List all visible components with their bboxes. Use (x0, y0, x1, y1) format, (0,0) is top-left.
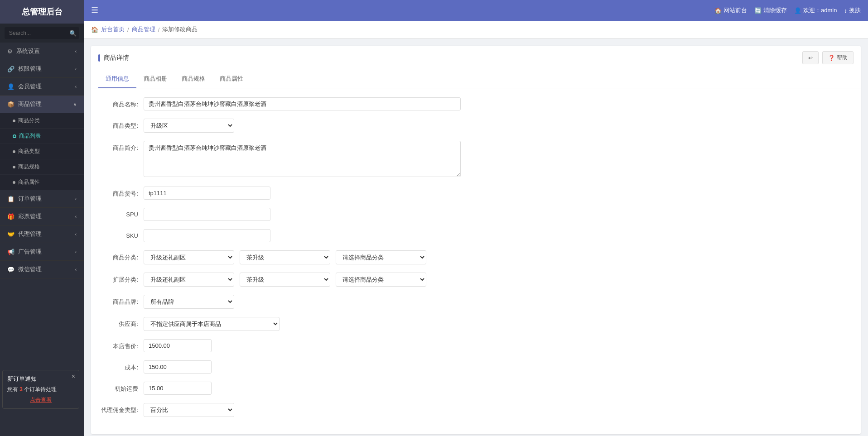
order-icon: 📋 (7, 196, 14, 202)
product-detail-card: 商品详情 ↩ ❓ 帮助 通用信息 商品相册 商品规格 商品属性 (91, 46, 861, 434)
form-row-price: 本店售价: (98, 339, 854, 352)
sidebar-item-agent[interactable]: 🤝代理管理 ‹ (0, 225, 84, 243)
dot-icon (13, 181, 15, 184)
ext-category-wrap: 升级还礼副区 茶升级 请选择商品分类 (144, 273, 461, 287)
price-label: 本店售价: (98, 339, 144, 350)
sidebar-item-wechat[interactable]: 💬微信管理 ‹ (0, 261, 84, 278)
sidebar-item-goods-type[interactable]: 商品类型 (0, 144, 84, 159)
sidebar-item-goods-spec[interactable]: 商品规格 (0, 159, 84, 175)
sidebar-item-order[interactable]: 📋订单管理 ‹ (0, 190, 84, 208)
ads-icon: 📢 (7, 249, 14, 255)
form-row-name: 商品名称: (98, 97, 854, 110)
title-bar-accent (98, 54, 100, 62)
product-desc-textarea[interactable]: 贵州酱香型白酒茅台纯坤沙窖藏白酒原浆老酒 (144, 141, 461, 177)
sidebar-item-system[interactable]: ⚙系统设置 ‹ (0, 43, 84, 60)
breadcrumb-goods[interactable]: 商品管理 (132, 25, 155, 34)
sku-wrap (144, 229, 461, 242)
tab-spec[interactable]: 商品规格 (174, 70, 212, 88)
switch-skin-button[interactable]: ↕ 换肤 (844, 6, 861, 14)
notification-count: 3 (19, 386, 23, 393)
circle-icon (13, 134, 16, 138)
spu-input[interactable] (144, 208, 270, 221)
sidebar-item-goods[interactable]: 📦商品管理 ∨ (0, 96, 84, 113)
tabs-bar: 通用信息 商品相册 商品规格 商品属性 (91, 70, 861, 88)
tab-attr[interactable]: 商品属性 (212, 70, 251, 88)
type-wrap: 升级区 (144, 119, 461, 133)
category-select-2[interactable]: 茶升级 (240, 250, 330, 264)
arrow-icon: ‹ (75, 196, 77, 201)
notification-message: 您有 3 个订单待处理 (7, 386, 74, 393)
category-wrap: 升级还礼副区 茶升级 请选择商品分类 (144, 250, 461, 264)
breadcrumb: 🏠 后台首页 / 商品管理 / 添加修改商品 (84, 21, 868, 38)
search-button[interactable]: 🔍 (69, 30, 77, 37)
product-form: 商品名称: 商品类型: 升级区 商品简介: (91, 88, 861, 434)
brand-select[interactable]: 所有品牌 (144, 295, 234, 309)
sidebar-title: 总管理后台 (0, 0, 84, 24)
breadcrumb-home-icon: 🏠 (91, 26, 98, 33)
shipping-label: 初始运费 (98, 382, 144, 393)
name-label: 商品名称: (98, 97, 144, 109)
search-input[interactable] (5, 27, 79, 39)
sidebar-item-goods-list[interactable]: 商品列表 (0, 129, 84, 144)
type-label: 商品类型: (98, 119, 144, 130)
sku-input[interactable] (144, 229, 270, 242)
breadcrumb-home[interactable]: 后台首页 (101, 25, 125, 34)
back-button[interactable]: ↩ (802, 51, 819, 64)
sidebar-item-goods-category[interactable]: 商品分类 (0, 113, 84, 129)
sidebar-item-goods-attr[interactable]: 商品属性 (0, 175, 84, 190)
shipping-input[interactable] (144, 382, 212, 395)
arrow-icon: ‹ (75, 267, 77, 272)
category-label: 商品分类: (98, 250, 144, 262)
sidebar-item-member[interactable]: 👤会员管理 ‹ (0, 78, 84, 96)
category-select-3[interactable]: 请选择商品分类 (336, 250, 426, 264)
system-icon: ⚙ (7, 48, 13, 55)
hamburger-button[interactable]: ☰ (91, 5, 98, 15)
clear-cache-button[interactable]: 🔄 清除缓存 (754, 6, 787, 14)
ext-category-select-1[interactable]: 升级还礼副区 (144, 273, 234, 287)
spu-wrap (144, 208, 461, 221)
ext-category-select-2[interactable]: 茶升级 (240, 273, 330, 287)
ext-category-select-3[interactable]: 请选择商品分类 (336, 273, 426, 287)
product-type-select[interactable]: 升级区 (144, 119, 234, 133)
product-name-input[interactable] (144, 97, 461, 110)
arrow-icon: ‹ (75, 214, 77, 219)
form-row-agent-fee: 代理佣金类型: 百分比 (98, 403, 854, 417)
sku-no-label: 商品货号: (98, 187, 144, 198)
goods-icon: 📦 (7, 101, 14, 108)
tab-general[interactable]: 通用信息 (98, 70, 136, 88)
form-row-sku-no: 商品货号: (98, 187, 854, 200)
notification-close-button[interactable]: × (72, 373, 75, 380)
form-row-desc: 商品简介: 贵州酱香型白酒茅台纯坤沙窖藏白酒原浆老酒 (98, 141, 854, 178)
sku-no-wrap (144, 187, 461, 200)
user-info: 👤 欢迎：admin (794, 6, 837, 14)
arrow-icon: ∨ (73, 102, 77, 107)
topbar: ☰ 🏠 网站前台 🔄 清除缓存 👤 欢迎：admin ↕ 换肤 (84, 0, 868, 21)
arrow-icon: ‹ (75, 249, 77, 254)
sidebar-item-ads[interactable]: 📢广告管理 ‹ (0, 243, 84, 261)
supplier-select[interactable]: 不指定供应商属于本店商品 (144, 317, 280, 331)
category-select-1[interactable]: 升级还礼副区 (144, 250, 234, 264)
agent-fee-wrap: 百分比 (144, 403, 461, 417)
cost-input[interactable] (144, 360, 212, 374)
home-icon: 🏠 (714, 7, 722, 14)
sidebar: 总管理后台 🔍 ⚙系统设置 ‹ 🔗权限管理 ‹ 👤会员管理 ‹ 📦商品管理 ∨ … (0, 0, 84, 436)
wechat-icon: 💬 (7, 266, 14, 273)
form-row-spu: SPU (98, 208, 854, 221)
arrow-icon: ‹ (75, 232, 77, 237)
form-row-shipping: 初始运费 (98, 382, 854, 395)
website-link[interactable]: 🏠 网站前台 (714, 6, 747, 14)
breadcrumb-current: 添加修改商品 (162, 25, 198, 34)
help-button[interactable]: ❓ 帮助 (822, 51, 854, 64)
price-input[interactable] (144, 339, 212, 352)
notification-link[interactable]: 点击查看 (7, 396, 74, 404)
agent-fee-select[interactable]: 百分比 (144, 403, 234, 417)
arrow-icon: ‹ (75, 84, 77, 89)
shipping-wrap (144, 382, 461, 395)
product-sku-no-input[interactable] (144, 187, 270, 200)
sidebar-item-permission[interactable]: 🔗权限管理 ‹ (0, 60, 84, 78)
price-wrap (144, 339, 461, 352)
sidebar-item-lottery[interactable]: 🎁彩票管理 ‹ (0, 208, 84, 225)
cost-wrap (144, 360, 461, 374)
tab-album[interactable]: 商品相册 (136, 70, 174, 88)
sidebar-search-area: 🔍 (0, 24, 84, 43)
